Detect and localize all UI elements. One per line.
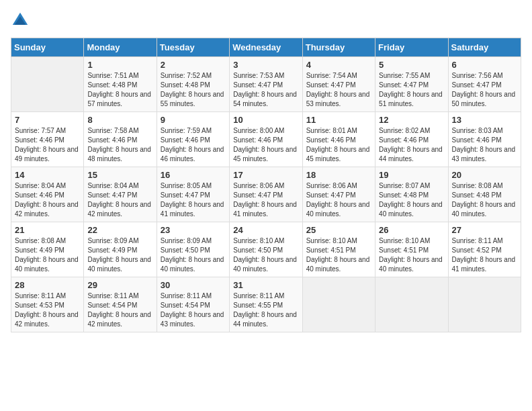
calendar-cell: 31 Sunrise: 8:11 AMSunset: 4:55 PMDaylig… [230, 277, 302, 332]
cell-info: Sunrise: 7:53 AMSunset: 4:47 PMDaylight:… [233, 71, 298, 109]
cell-info: Sunrise: 8:03 AMSunset: 4:46 PMDaylight:… [452, 126, 517, 164]
weekday-header: Friday [375, 38, 448, 57]
calendar-cell: 20 Sunrise: 8:08 AMSunset: 4:48 PMDaylig… [448, 167, 521, 222]
calendar-cell: 1 Sunrise: 7:51 AMSunset: 4:48 PMDayligh… [84, 57, 157, 112]
cell-info: Sunrise: 8:11 AMSunset: 4:54 PMDaylight:… [87, 291, 152, 329]
cell-info: Sunrise: 8:06 AMSunset: 4:47 PMDaylight:… [306, 181, 371, 219]
day-number: 10 [233, 115, 298, 125]
cell-info: Sunrise: 8:10 AMSunset: 4:51 PMDaylight:… [306, 236, 371, 274]
day-number: 6 [452, 60, 517, 70]
cell-info: Sunrise: 7:58 AMSunset: 4:46 PMDaylight:… [87, 126, 152, 164]
cell-info: Sunrise: 7:54 AMSunset: 4:47 PMDaylight:… [306, 71, 371, 109]
day-number: 20 [452, 170, 517, 180]
calendar-cell: 13 Sunrise: 8:03 AMSunset: 4:46 PMDaylig… [448, 112, 521, 167]
calendar-cell: 10 Sunrise: 8:00 AMSunset: 4:46 PMDaylig… [230, 112, 302, 167]
day-number: 29 [87, 280, 152, 290]
day-number: 21 [15, 225, 80, 235]
day-number: 25 [306, 225, 371, 235]
day-number: 11 [306, 115, 371, 125]
calendar-cell: 5 Sunrise: 7:55 AMSunset: 4:47 PMDayligh… [375, 57, 448, 112]
day-number: 23 [161, 225, 226, 235]
calendar-cell: 12 Sunrise: 8:02 AMSunset: 4:46 PMDaylig… [375, 112, 448, 167]
calendar-cell: 2 Sunrise: 7:52 AMSunset: 4:48 PMDayligh… [157, 57, 229, 112]
cell-info: Sunrise: 7:52 AMSunset: 4:48 PMDaylight:… [161, 71, 226, 109]
calendar-cell [448, 277, 521, 332]
calendar-cell: 24 Sunrise: 8:10 AMSunset: 4:50 PMDaylig… [230, 222, 302, 277]
day-number: 19 [379, 170, 444, 180]
day-number: 16 [161, 170, 226, 180]
cell-info: Sunrise: 8:11 AMSunset: 4:55 PMDaylight:… [233, 291, 298, 329]
cell-info: Sunrise: 8:02 AMSunset: 4:46 PMDaylight:… [379, 126, 444, 164]
day-number: 22 [87, 225, 152, 235]
calendar-cell: 17 Sunrise: 8:06 AMSunset: 4:47 PMDaylig… [230, 167, 302, 222]
cell-info: Sunrise: 8:04 AMSunset: 4:47 PMDaylight:… [87, 181, 152, 219]
calendar-cell: 26 Sunrise: 8:10 AMSunset: 4:51 PMDaylig… [375, 222, 448, 277]
day-number: 24 [233, 225, 298, 235]
calendar-cell: 19 Sunrise: 8:07 AMSunset: 4:48 PMDaylig… [375, 167, 448, 222]
calendar-cell: 21 Sunrise: 8:08 AMSunset: 4:49 PMDaylig… [11, 222, 84, 277]
cell-info: Sunrise: 7:55 AMSunset: 4:47 PMDaylight:… [379, 71, 444, 109]
weekday-header: Saturday [448, 38, 521, 57]
weekday-header: Thursday [302, 38, 375, 57]
weekday-header: Wednesday [230, 38, 302, 57]
day-number: 12 [379, 115, 444, 125]
calendar-cell: 11 Sunrise: 8:01 AMSunset: 4:46 PMDaylig… [302, 112, 375, 167]
calendar-cell: 15 Sunrise: 8:04 AMSunset: 4:47 PMDaylig… [84, 167, 157, 222]
calendar-cell: 7 Sunrise: 7:57 AMSunset: 4:46 PMDayligh… [11, 112, 84, 167]
day-number: 3 [233, 60, 298, 70]
calendar-cell: 8 Sunrise: 7:58 AMSunset: 4:46 PMDayligh… [84, 112, 157, 167]
calendar-cell: 22 Sunrise: 8:09 AMSunset: 4:49 PMDaylig… [84, 222, 157, 277]
cell-info: Sunrise: 8:09 AMSunset: 4:49 PMDaylight:… [87, 236, 152, 274]
cell-info: Sunrise: 8:01 AMSunset: 4:46 PMDaylight:… [306, 126, 371, 164]
logo-icon [11, 11, 30, 30]
day-number: 4 [306, 60, 371, 70]
day-number: 1 [87, 60, 152, 70]
day-number: 7 [15, 115, 80, 125]
day-number: 9 [161, 115, 226, 125]
cell-info: Sunrise: 8:09 AMSunset: 4:50 PMDaylight:… [161, 236, 226, 274]
cell-info: Sunrise: 7:51 AMSunset: 4:48 PMDaylight:… [87, 71, 152, 109]
calendar-cell: 4 Sunrise: 7:54 AMSunset: 4:47 PMDayligh… [302, 57, 375, 112]
day-number: 15 [87, 170, 152, 180]
cell-info: Sunrise: 7:56 AMSunset: 4:47 PMDaylight:… [452, 71, 517, 109]
calendar-cell: 23 Sunrise: 8:09 AMSunset: 4:50 PMDaylig… [157, 222, 229, 277]
day-number: 27 [452, 225, 517, 235]
logo [11, 11, 32, 30]
calendar-cell: 3 Sunrise: 7:53 AMSunset: 4:47 PMDayligh… [230, 57, 302, 112]
day-number: 17 [233, 170, 298, 180]
calendar-cell [11, 57, 84, 112]
cell-info: Sunrise: 8:08 AMSunset: 4:49 PMDaylight:… [15, 236, 80, 274]
day-number: 30 [161, 280, 226, 290]
cell-info: Sunrise: 8:08 AMSunset: 4:48 PMDaylight:… [452, 181, 517, 219]
cell-info: Sunrise: 8:04 AMSunset: 4:46 PMDaylight:… [15, 181, 80, 219]
cell-info: Sunrise: 8:11 AMSunset: 4:53 PMDaylight:… [15, 291, 80, 329]
cell-info: Sunrise: 8:05 AMSunset: 4:47 PMDaylight:… [161, 181, 226, 219]
cell-info: Sunrise: 8:10 AMSunset: 4:50 PMDaylight:… [233, 236, 298, 274]
cell-info: Sunrise: 8:11 AMSunset: 4:54 PMDaylight:… [161, 291, 226, 329]
header [11, 11, 521, 30]
calendar-cell: 28 Sunrise: 8:11 AMSunset: 4:53 PMDaylig… [11, 277, 84, 332]
calendar-cell [302, 277, 375, 332]
day-number: 8 [87, 115, 152, 125]
day-number: 18 [306, 170, 371, 180]
day-number: 31 [233, 280, 298, 290]
calendar-cell: 29 Sunrise: 8:11 AMSunset: 4:54 PMDaylig… [84, 277, 157, 332]
cell-info: Sunrise: 8:11 AMSunset: 4:52 PMDaylight:… [452, 236, 517, 274]
calendar-table: SundayMondayTuesdayWednesdayThursdayFrid… [11, 38, 521, 332]
day-number: 26 [379, 225, 444, 235]
cell-info: Sunrise: 8:06 AMSunset: 4:47 PMDaylight:… [233, 181, 298, 219]
calendar-cell: 16 Sunrise: 8:05 AMSunset: 4:47 PMDaylig… [157, 167, 229, 222]
calendar-week-row: 28 Sunrise: 8:11 AMSunset: 4:53 PMDaylig… [11, 277, 521, 332]
calendar-cell [375, 277, 448, 332]
day-number: 13 [452, 115, 517, 125]
day-number: 28 [15, 280, 80, 290]
weekday-header: Sunday [11, 38, 84, 57]
cell-info: Sunrise: 8:07 AMSunset: 4:48 PMDaylight:… [379, 181, 444, 219]
header-row: SundayMondayTuesdayWednesdayThursdayFrid… [11, 38, 521, 57]
calendar-cell: 6 Sunrise: 7:56 AMSunset: 4:47 PMDayligh… [448, 57, 521, 112]
calendar-cell: 25 Sunrise: 8:10 AMSunset: 4:51 PMDaylig… [302, 222, 375, 277]
calendar-cell: 18 Sunrise: 8:06 AMSunset: 4:47 PMDaylig… [302, 167, 375, 222]
day-number: 14 [15, 170, 80, 180]
calendar-week-row: 7 Sunrise: 7:57 AMSunset: 4:46 PMDayligh… [11, 112, 521, 167]
calendar-cell: 30 Sunrise: 8:11 AMSunset: 4:54 PMDaylig… [157, 277, 229, 332]
